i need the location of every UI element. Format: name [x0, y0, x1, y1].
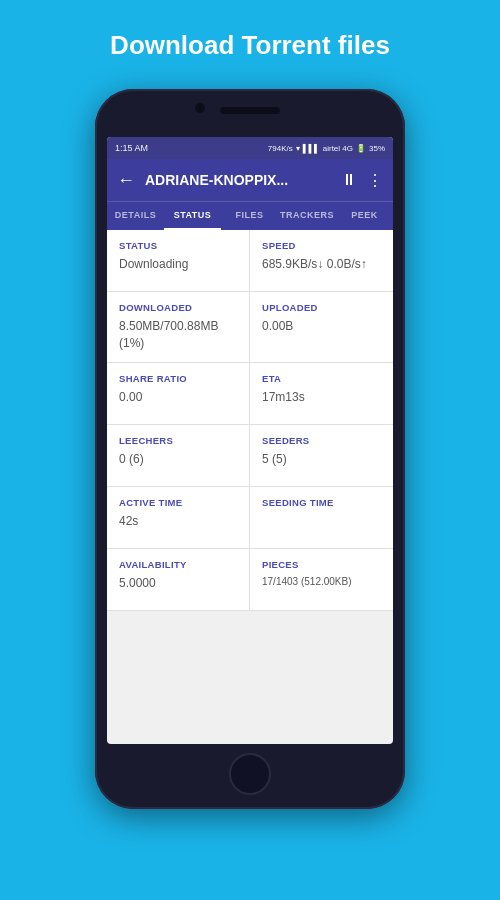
stat-active-time-value: 42s — [119, 513, 237, 530]
stat-eta: ETA 17m13s — [250, 363, 393, 425]
stat-eta-value: 17m13s — [262, 389, 381, 406]
stat-seeders-label: SEEDERS — [262, 435, 381, 446]
stat-share-ratio-value: 0.00 — [119, 389, 237, 406]
stat-status: STATUS Downloading — [107, 230, 250, 292]
status-bar: 1:15 AM 794K/s ▾ ▌▌▌ airtel 4G 🔋 35% — [107, 137, 393, 159]
status-carrier: airtel 4G — [323, 144, 353, 153]
back-button[interactable]: ← — [117, 170, 135, 191]
stat-status-value: Downloading — [119, 256, 237, 273]
stat-uploaded-value: 0.00B — [262, 318, 381, 335]
stat-active-time: ACTIVE TIME 42s — [107, 487, 250, 549]
stat-pieces: PIECES 17/1403 (512.00KB) — [250, 549, 393, 611]
tab-trackers[interactable]: TRACKERS — [278, 202, 336, 230]
more-menu-button[interactable]: ⋮ — [367, 171, 383, 190]
stat-status-label: STATUS — [119, 240, 237, 251]
stat-seeding-time-label: SEEDING TIME — [262, 497, 381, 508]
phone-camera — [195, 103, 205, 113]
stats-grid: STATUS Downloading SPEED 685.9KB/s↓ 0.0B… — [107, 230, 393, 611]
stat-uploaded-label: UPLOADED — [262, 302, 381, 313]
stat-leechers-label: LEECHERS — [119, 435, 237, 446]
status-battery: 35% — [369, 144, 385, 153]
status-speed: 794K/s — [268, 144, 293, 153]
phone-screen: 1:15 AM 794K/s ▾ ▌▌▌ airtel 4G 🔋 35% ← A… — [107, 137, 393, 744]
stat-leechers: LEECHERS 0 (6) — [107, 425, 250, 487]
stat-availability-value: 5.0000 — [119, 575, 237, 592]
phone-frame: 1:15 AM 794K/s ▾ ▌▌▌ airtel 4G 🔋 35% ← A… — [95, 89, 405, 809]
stat-pieces-value: 17/1403 (512.00KB) — [262, 575, 381, 589]
tab-peek[interactable]: PEEK — [336, 202, 393, 230]
stat-downloaded-label: DOWNLOADED — [119, 302, 237, 313]
stat-active-time-label: ACTIVE TIME — [119, 497, 237, 508]
status-signal-icon: ▌▌▌ — [303, 144, 320, 153]
stat-downloaded: DOWNLOADED 8.50MB/700.88MB(1%) — [107, 292, 250, 363]
tab-bar: DETAILS STATUS FILES TRACKERS PEEK — [107, 201, 393, 230]
toolbar-actions: ⏸ ⋮ — [341, 171, 383, 190]
pause-button[interactable]: ⏸ — [341, 171, 357, 189]
stat-seeders-value: 5 (5) — [262, 451, 381, 468]
stat-eta-label: ETA — [262, 373, 381, 384]
stat-seeders: SEEDERS 5 (5) — [250, 425, 393, 487]
stat-availability: AVAILABILITY 5.0000 — [107, 549, 250, 611]
status-wifi-icon: ▾ — [296, 144, 300, 153]
stat-share-ratio: SHARE RATIO 0.00 — [107, 363, 250, 425]
stat-speed-label: SPEED — [262, 240, 381, 251]
toolbar-title: ADRIANE-KNOPPIX... — [145, 172, 341, 188]
stat-speed: SPEED 685.9KB/s↓ 0.0B/s↑ — [250, 230, 393, 292]
tab-status[interactable]: STATUS — [164, 202, 221, 230]
stat-leechers-value: 0 (6) — [119, 451, 237, 468]
phone-speaker — [220, 107, 280, 114]
stat-availability-label: AVAILABILITY — [119, 559, 237, 570]
toolbar: ← ADRIANE-KNOPPIX... ⏸ ⋮ — [107, 159, 393, 201]
stat-speed-value: 685.9KB/s↓ 0.0B/s↑ — [262, 256, 381, 273]
tab-details[interactable]: DETAILS — [107, 202, 164, 230]
status-time: 1:15 AM — [115, 143, 148, 153]
stat-pieces-label: PIECES — [262, 559, 381, 570]
status-battery-icon: 🔋 — [356, 144, 366, 153]
stat-uploaded: UPLOADED 0.00B — [250, 292, 393, 363]
tab-files[interactable]: FILES — [221, 202, 278, 230]
page-title: Download Torrent files — [110, 30, 390, 61]
status-bar-right: 794K/s ▾ ▌▌▌ airtel 4G 🔋 35% — [268, 144, 385, 153]
phone-home-button[interactable] — [229, 753, 271, 795]
stat-downloaded-value: 8.50MB/700.88MB(1%) — [119, 318, 237, 352]
stat-share-ratio-label: SHARE RATIO — [119, 373, 237, 384]
stat-seeding-time: SEEDING TIME — [250, 487, 393, 549]
